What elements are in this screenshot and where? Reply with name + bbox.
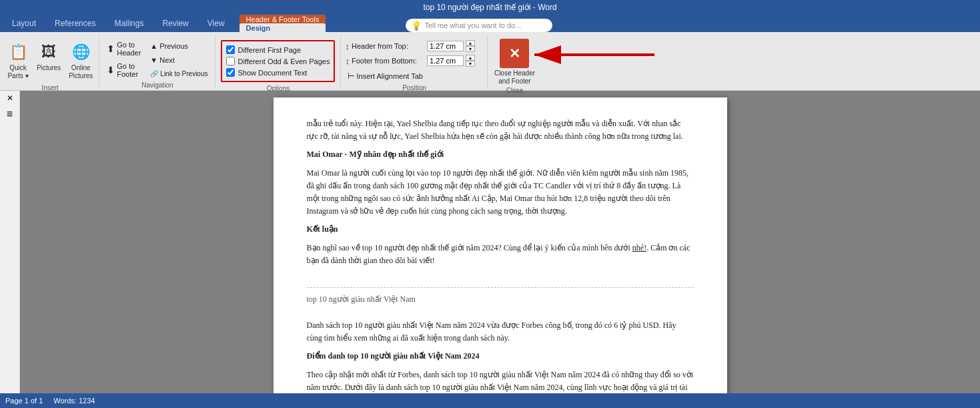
document-area: ✕ ≡ mẫu trẻ tuổi này. Hiện tại, Yael She… — [0, 91, 980, 393]
online-pictures-icon: 🌐 — [70, 41, 91, 63]
tell-me-placeholder: Tell me what you want to do... — [424, 21, 521, 29]
insert-alignment-tab-label: Insert Alignment Tab — [356, 72, 422, 80]
different-odd-even-row[interactable]: Different Odd & Even Pages — [226, 57, 330, 65]
footer-from-bottom-row: ↕ Footer from Bottom: ▲ ▼ — [345, 55, 483, 67]
tab-header-footer-tools[interactable]: Header & Footer Tools — [239, 15, 326, 23]
footer-divider — [307, 287, 694, 293]
online-pictures-label: OnlinePictures — [69, 64, 93, 80]
different-odd-even-label: Different Odd & Even Pages — [237, 57, 330, 65]
doc-text: mẫu trẻ tuổi này. Hiện tại, Yael Shelbia… — [307, 118, 694, 393]
different-odd-even-checkbox[interactable] — [226, 57, 235, 65]
navigation-group: ⬆ Go toHeader ⬇ Go toFooter ▲ Previous ▼… — [99, 35, 215, 87]
goto-header-button[interactable]: ⬆ Go toHeader — [103, 39, 144, 59]
previous-icon: ▲ — [150, 42, 157, 50]
tab-design[interactable]: Design — [239, 23, 326, 32]
pictures-label: Pictures — [37, 64, 61, 72]
close-panel-button[interactable]: ✕ — [7, 93, 13, 103]
close-group-label: Close — [506, 85, 524, 94]
lightbulb-icon: 💡 — [411, 21, 422, 31]
alignment-icon: ⊢ — [348, 71, 354, 81]
footer-bottom-spinner[interactable]: ▲ ▼ — [466, 55, 475, 67]
show-document-text-label: Show Document Text — [237, 69, 307, 77]
footer-from-bottom-label: Footer from Bottom: — [352, 57, 425, 65]
footer-bottom-spin-up[interactable]: ▲ — [466, 55, 475, 61]
tab-references[interactable]: References — [45, 15, 105, 32]
paragraph-1: mẫu trẻ tuổi này. Hiện tại, Yael Shelbia… — [307, 118, 694, 143]
paragraph-footer: top 10 người giàu nhất Việt Nam — [307, 293, 694, 306]
different-first-page-row[interactable]: Different First Page — [226, 45, 330, 54]
previous-button[interactable]: ▲ Previous — [147, 40, 211, 52]
next-icon: ▼ — [150, 56, 157, 64]
options-group: Different First Page Different Odd & Eve… — [215, 35, 341, 87]
online-pictures-button[interactable]: 🌐 OnlinePictures — [65, 39, 96, 83]
header-top-spin-down[interactable]: ▼ — [466, 46, 475, 52]
show-document-text-row[interactable]: Show Document Text — [226, 68, 330, 77]
header-from-top-row: ↕ Header from Top: ▲ ▼ — [345, 40, 483, 52]
next-button[interactable]: ▼ Next — [147, 54, 211, 66]
quick-parts-label: QuickParts ▾ — [7, 64, 28, 80]
quick-parts-button[interactable]: 📋 QuickParts ▾ — [4, 39, 32, 83]
status-bar: Page 1 of 1 Words: 1234 — [0, 393, 980, 408]
paragraph-3: Mai Omar là người cuối cùng lọt vào top … — [307, 167, 694, 218]
footer-from-bottom-icon: ↕ — [345, 56, 350, 66]
ribbon: 📋 QuickParts ▾ 🖼 Pictures 🌐 OnlinePictur… — [0, 32, 980, 91]
goto-footer-label: Go toFooter — [117, 62, 138, 78]
paragraph-5: Bạn nghĩ sao về top 10 người đẹp nhất th… — [307, 242, 694, 267]
doc-scroll[interactable]: mẫu trẻ tuổi này. Hiện tại, Yael Shelbia… — [20, 91, 980, 393]
insert-group: 📋 QuickParts ▾ 🖼 Pictures 🌐 OnlinePictur… — [1, 35, 99, 87]
red-arrow-annotation — [528, 41, 661, 68]
tab-view[interactable]: View — [198, 15, 234, 32]
paragraph-2: Mai Omar - Mỹ nhân đẹp nhất thế giới — [307, 148, 694, 161]
link-icon: 🔗 — [150, 70, 158, 77]
header-from-top-label: Header from Top: — [352, 42, 425, 50]
paragraph-4: Kết luận — [307, 223, 694, 236]
goto-header-icon: ⬆ — [107, 43, 115, 54]
word-count: Words: 1234 — [53, 397, 95, 405]
header-from-top-spinner[interactable]: ▲ ▼ — [466, 40, 475, 52]
close-header-footer-label: Close Headerand Footer — [494, 69, 535, 85]
navigation-group-label: Navigation — [103, 80, 211, 89]
tab-layout[interactable]: Layout — [3, 15, 45, 32]
tab-review[interactable]: Review — [153, 15, 197, 32]
panel-icon: ≡ — [7, 108, 13, 120]
options-box: Different First Page Different Odd & Eve… — [221, 40, 335, 82]
header-from-top-icon: ↕ — [345, 41, 350, 51]
title-bar: top 10 người đẹp nhất thế giới - Word — [0, 0, 980, 15]
show-document-text-checkbox[interactable] — [226, 68, 235, 77]
ribbon-tabs: Layout References Mailings Review View H… — [0, 15, 980, 32]
position-group: ↕ Header from Top: ▲ ▼ ↕ Footer from Bot… — [341, 35, 488, 87]
doc-page: mẫu trẻ tuổi này. Hiện tại, Yael Shelbia… — [274, 97, 727, 393]
header-top-spin-up[interactable]: ▲ — [466, 40, 475, 46]
paragraph-8: Điểm danh top 10 người giàu nhất Việt Na… — [307, 350, 694, 363]
left-panel: ✕ ≡ — [0, 91, 20, 393]
next-label: Next — [159, 56, 175, 64]
doc-content-wrap: mẫu trẻ tuổi này. Hiện tại, Yael Shelbia… — [20, 91, 980, 393]
link-to-previous-button[interactable]: 🔗 Link to Previous — [147, 68, 211, 79]
tell-me-area[interactable]: 💡 Tell me what you want to do... — [406, 19, 552, 32]
title-text: top 10 người đẹp nhất thế giới - Word — [423, 3, 556, 12]
close-header-footer-button[interactable]: ✕ — [500, 39, 529, 68]
goto-footer-button[interactable]: ⬇ Go toFooter — [103, 60, 144, 80]
header-from-top-input[interactable] — [427, 41, 464, 51]
paragraph-7: Danh sách top 10 người giàu nhất Việt Na… — [307, 319, 694, 345]
tab-mailings[interactable]: Mailings — [105, 15, 153, 32]
previous-label: Previous — [159, 42, 188, 50]
paragraph-9: Theo cập nhật mới nhất từ Forbes, danh s… — [307, 369, 694, 393]
footer-bottom-spin-down[interactable]: ▼ — [466, 61, 475, 67]
page-info: Page 1 of 1 — [5, 397, 43, 405]
link-to-previous-label: Link to Previous — [160, 70, 207, 77]
insert-alignment-tab-button[interactable]: ⊢ Insert Alignment Tab — [345, 69, 483, 83]
different-first-page-label: Different First Page — [237, 46, 301, 54]
pictures-icon: 🖼 — [38, 41, 59, 63]
close-group: ✕ Close Headerand Footer Close — [488, 35, 541, 87]
goto-header-label: Go toHeader — [117, 41, 141, 57]
quick-parts-icon: 📋 — [7, 41, 29, 63]
pictures-button[interactable]: 🖼 Pictures — [33, 39, 64, 75]
footer-from-bottom-input[interactable] — [427, 55, 464, 66]
different-first-page-checkbox[interactable] — [226, 45, 235, 54]
close-x-icon: ✕ — [509, 45, 520, 61]
goto-footer-icon: ⬇ — [107, 65, 115, 75]
